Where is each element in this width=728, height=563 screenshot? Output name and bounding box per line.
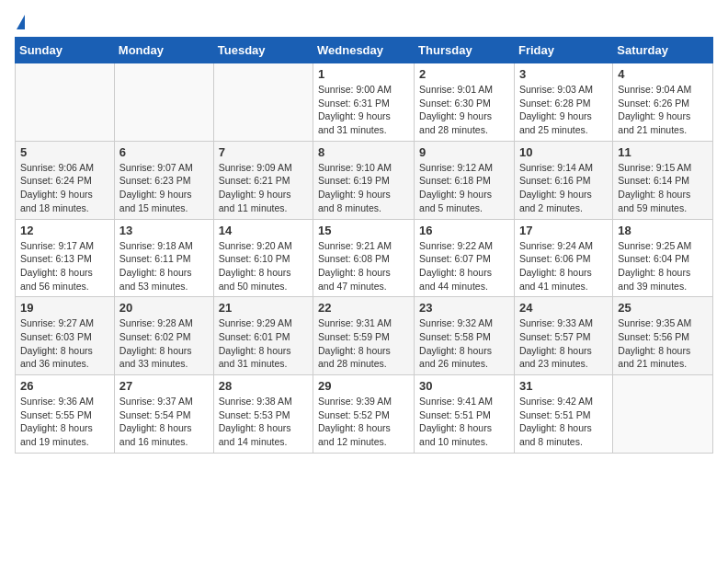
- day-number: 31: [519, 379, 608, 393]
- calendar-cell: 12Sunrise: 9:17 AM Sunset: 6:13 PM Dayli…: [16, 219, 115, 297]
- day-number: 17: [519, 224, 608, 237]
- day-number: 25: [618, 301, 708, 315]
- day-info: Sunrise: 9:39 AM Sunset: 5:52 PM Dayligh…: [318, 395, 409, 449]
- day-of-week-tuesday: Tuesday: [213, 38, 313, 63]
- day-number: 24: [519, 301, 608, 315]
- day-info: Sunrise: 9:14 AM Sunset: 6:16 PM Dayligh…: [519, 161, 608, 215]
- day-number: 21: [219, 301, 308, 315]
- day-number: 23: [419, 301, 509, 315]
- day-number: 3: [519, 67, 608, 81]
- day-number: 15: [318, 224, 409, 237]
- day-info: Sunrise: 9:31 AM Sunset: 5:59 PM Dayligh…: [318, 316, 409, 371]
- day-number: 28: [219, 379, 308, 393]
- day-info: Sunrise: 9:42 AM Sunset: 5:51 PM Dayligh…: [519, 395, 608, 449]
- calendar-cell: 2Sunrise: 9:01 AM Sunset: 6:30 PM Daylig…: [415, 63, 515, 142]
- day-info: Sunrise: 9:20 AM Sunset: 6:10 PM Dayligh…: [219, 239, 308, 293]
- day-info: Sunrise: 9:38 AM Sunset: 5:53 PM Dayligh…: [219, 395, 308, 449]
- calendar-cell: 1Sunrise: 9:00 AM Sunset: 6:31 PM Daylig…: [313, 63, 415, 142]
- day-info: Sunrise: 9:06 AM Sunset: 6:24 PM Dayligh…: [20, 161, 109, 215]
- day-number: 5: [20, 145, 109, 159]
- day-info: Sunrise: 9:12 AM Sunset: 6:18 PM Dayligh…: [419, 161, 509, 215]
- day-info: Sunrise: 9:00 AM Sunset: 6:31 PM Dayligh…: [318, 83, 409, 137]
- calendar-cell: 16Sunrise: 9:22 AM Sunset: 6:07 PM Dayli…: [415, 219, 515, 297]
- day-number: 9: [419, 145, 509, 159]
- calendar-cell: 3Sunrise: 9:03 AM Sunset: 6:28 PM Daylig…: [514, 63, 612, 142]
- calendar-cell: 24Sunrise: 9:33 AM Sunset: 5:57 PM Dayli…: [514, 297, 612, 375]
- calendar-cell: 4Sunrise: 9:04 AM Sunset: 6:26 PM Daylig…: [613, 63, 713, 142]
- day-number: 22: [318, 301, 409, 315]
- day-info: Sunrise: 9:07 AM Sunset: 6:23 PM Dayligh…: [119, 161, 209, 215]
- day-number: 16: [419, 224, 509, 237]
- logo: [15, 15, 25, 29]
- day-info: Sunrise: 9:04 AM Sunset: 6:26 PM Dayligh…: [618, 83, 708, 137]
- day-info: Sunrise: 9:01 AM Sunset: 6:30 PM Dayligh…: [419, 83, 509, 137]
- day-number: 20: [119, 301, 209, 315]
- calendar-cell: 8Sunrise: 9:10 AM Sunset: 6:19 PM Daylig…: [313, 141, 415, 219]
- calendar-cell: 5Sunrise: 9:06 AM Sunset: 6:24 PM Daylig…: [16, 141, 115, 219]
- calendar-cell: 31Sunrise: 9:42 AM Sunset: 5:51 PM Dayli…: [514, 375, 612, 454]
- day-number: 2: [419, 67, 509, 81]
- week-row-5: 26Sunrise: 9:36 AM Sunset: 5:55 PM Dayli…: [16, 375, 713, 454]
- day-info: Sunrise: 9:28 AM Sunset: 6:02 PM Dayligh…: [119, 316, 209, 371]
- day-number: 19: [20, 301, 109, 315]
- calendar-cell: 29Sunrise: 9:39 AM Sunset: 5:52 PM Dayli…: [313, 375, 415, 454]
- calendar-cell: 20Sunrise: 9:28 AM Sunset: 6:02 PM Dayli…: [114, 297, 213, 375]
- day-number: 4: [618, 67, 708, 81]
- day-info: Sunrise: 9:41 AM Sunset: 5:51 PM Dayligh…: [419, 395, 509, 449]
- day-of-week-friday: Friday: [514, 38, 612, 63]
- day-info: Sunrise: 9:17 AM Sunset: 6:13 PM Dayligh…: [20, 239, 109, 293]
- day-number: 10: [519, 145, 608, 159]
- day-number: 14: [219, 224, 308, 237]
- calendar-cell: 22Sunrise: 9:31 AM Sunset: 5:59 PM Dayli…: [313, 297, 415, 375]
- calendar-cell: 15Sunrise: 9:21 AM Sunset: 6:08 PM Dayli…: [313, 219, 415, 297]
- day-number: 6: [119, 145, 209, 159]
- day-of-week-saturday: Saturday: [613, 38, 713, 63]
- day-info: Sunrise: 9:10 AM Sunset: 6:19 PM Dayligh…: [318, 161, 409, 215]
- logo-triangle-icon: [17, 15, 25, 29]
- day-info: Sunrise: 9:25 AM Sunset: 6:04 PM Dayligh…: [618, 239, 708, 293]
- week-row-2: 5Sunrise: 9:06 AM Sunset: 6:24 PM Daylig…: [16, 141, 713, 219]
- day-info: Sunrise: 9:21 AM Sunset: 6:08 PM Dayligh…: [318, 239, 409, 293]
- day-info: Sunrise: 9:33 AM Sunset: 5:57 PM Dayligh…: [519, 316, 608, 371]
- day-of-week-monday: Monday: [114, 38, 213, 63]
- day-number: 12: [20, 224, 109, 237]
- calendar-cell: 27Sunrise: 9:37 AM Sunset: 5:54 PM Dayli…: [114, 375, 213, 454]
- day-of-week-thursday: Thursday: [415, 38, 515, 63]
- day-info: Sunrise: 9:22 AM Sunset: 6:07 PM Dayligh…: [419, 239, 509, 293]
- calendar-cell: 13Sunrise: 9:18 AM Sunset: 6:11 PM Dayli…: [114, 219, 213, 297]
- calendar-cell: 21Sunrise: 9:29 AM Sunset: 6:01 PM Dayli…: [213, 297, 313, 375]
- calendar-cell: 17Sunrise: 9:24 AM Sunset: 6:06 PM Dayli…: [514, 219, 612, 297]
- calendar-cell: 9Sunrise: 9:12 AM Sunset: 6:18 PM Daylig…: [415, 141, 515, 219]
- day-number: 1: [318, 67, 409, 81]
- week-row-1: 1Sunrise: 9:00 AM Sunset: 6:31 PM Daylig…: [16, 63, 713, 142]
- calendar: SundayMondayTuesdayWednesdayThursdayFrid…: [15, 37, 713, 454]
- day-number: 13: [119, 224, 209, 237]
- day-of-week-sunday: Sunday: [16, 38, 115, 63]
- day-number: 8: [318, 145, 409, 159]
- day-number: 30: [419, 379, 509, 393]
- calendar-cell: 10Sunrise: 9:14 AM Sunset: 6:16 PM Dayli…: [514, 141, 612, 219]
- week-row-3: 12Sunrise: 9:17 AM Sunset: 6:13 PM Dayli…: [16, 219, 713, 297]
- calendar-cell: [613, 375, 713, 454]
- calendar-cell: 30Sunrise: 9:41 AM Sunset: 5:51 PM Dayli…: [415, 375, 515, 454]
- calendar-cell: 26Sunrise: 9:36 AM Sunset: 5:55 PM Dayli…: [16, 375, 115, 454]
- day-number: 18: [618, 224, 708, 237]
- calendar-cell: 25Sunrise: 9:35 AM Sunset: 5:56 PM Dayli…: [613, 297, 713, 375]
- calendar-cell: 7Sunrise: 9:09 AM Sunset: 6:21 PM Daylig…: [213, 141, 313, 219]
- day-info: Sunrise: 9:37 AM Sunset: 5:54 PM Dayligh…: [119, 395, 209, 449]
- day-number: 29: [318, 379, 409, 393]
- calendar-cell: 23Sunrise: 9:32 AM Sunset: 5:58 PM Dayli…: [415, 297, 515, 375]
- calendar-header: SundayMondayTuesdayWednesdayThursdayFrid…: [16, 38, 713, 63]
- day-info: Sunrise: 9:24 AM Sunset: 6:06 PM Dayligh…: [519, 239, 608, 293]
- calendar-cell: 14Sunrise: 9:20 AM Sunset: 6:10 PM Dayli…: [213, 219, 313, 297]
- day-number: 27: [119, 379, 209, 393]
- calendar-cell: 19Sunrise: 9:27 AM Sunset: 6:03 PM Dayli…: [16, 297, 115, 375]
- day-info: Sunrise: 9:35 AM Sunset: 5:56 PM Dayligh…: [618, 316, 708, 371]
- day-info: Sunrise: 9:03 AM Sunset: 6:28 PM Dayligh…: [519, 83, 608, 137]
- day-info: Sunrise: 9:18 AM Sunset: 6:11 PM Dayligh…: [119, 239, 209, 293]
- week-row-4: 19Sunrise: 9:27 AM Sunset: 6:03 PM Dayli…: [16, 297, 713, 375]
- day-of-week-wednesday: Wednesday: [313, 38, 415, 63]
- day-info: Sunrise: 9:27 AM Sunset: 6:03 PM Dayligh…: [20, 316, 109, 371]
- header: [15, 15, 713, 29]
- day-info: Sunrise: 9:32 AM Sunset: 5:58 PM Dayligh…: [419, 316, 509, 371]
